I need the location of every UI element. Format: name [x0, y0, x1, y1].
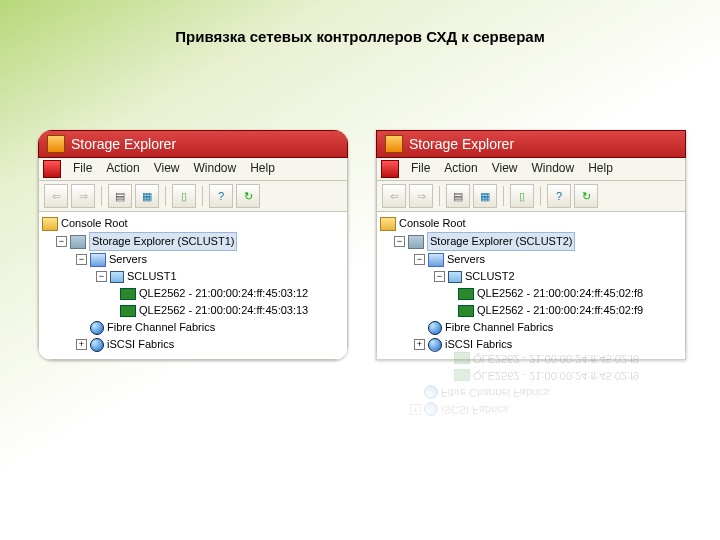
menu-action[interactable]: Action: [438, 160, 483, 178]
hba-node[interactable]: QLE2562 - 21:00:00:24:ff:45:03:12: [42, 285, 344, 302]
nic-icon: [120, 288, 136, 300]
folder-icon: [42, 217, 58, 231]
expand-icon[interactable]: +: [76, 339, 87, 350]
view-button[interactable]: ▦: [473, 184, 497, 208]
show-hide-button[interactable]: ▤: [446, 184, 470, 208]
separator: [101, 186, 102, 206]
label: Fibre Channel Fabrics: [445, 319, 553, 336]
host-icon: [110, 271, 124, 283]
window-icon: [385, 135, 403, 153]
toolbar: ⇐ ⇒ ▤ ▦ ▯ ? ↻: [38, 181, 348, 212]
help-button[interactable]: ?: [547, 184, 571, 208]
properties-button[interactable]: ▯: [510, 184, 534, 208]
window-sclust2: Storage Explorer File Action View Window…: [376, 130, 686, 360]
globe-icon: [90, 321, 104, 335]
menu-window[interactable]: Window: [526, 160, 581, 178]
storage-explorer-node[interactable]: −Storage Explorer (SCLUST2): [380, 232, 682, 251]
properties-button[interactable]: ▯: [172, 184, 196, 208]
page-title: Привязка сетевых контроллеров СХД к серв…: [0, 0, 720, 45]
menu-file[interactable]: File: [405, 160, 436, 178]
collapse-icon[interactable]: −: [76, 254, 87, 265]
storage-explorer-node[interactable]: −Storage Explorer (SCLUST1): [42, 232, 344, 251]
collapse-icon[interactable]: −: [56, 236, 67, 247]
label: QLE2562 - 21:00:00:24:ff:45:03:12: [139, 285, 308, 302]
servers-icon: [428, 253, 444, 267]
menu-help[interactable]: Help: [244, 160, 281, 178]
toolbar: ⇐ ⇒ ▤ ▦ ▯ ? ↻: [376, 181, 686, 212]
iscsi-fabrics-node[interactable]: +iSCSI Fabrics: [42, 336, 344, 353]
servers-node[interactable]: −Servers: [42, 251, 344, 268]
window-title: Storage Explorer: [409, 136, 514, 152]
forward-button[interactable]: ⇒: [409, 184, 433, 208]
expand-icon[interactable]: +: [414, 339, 425, 350]
menu-file[interactable]: File: [67, 160, 98, 178]
separator: [165, 186, 166, 206]
app-icon: [43, 160, 61, 178]
app-icon: [381, 160, 399, 178]
nic-icon: [120, 305, 136, 317]
globe-icon: [90, 338, 104, 352]
label: Storage Explorer (SCLUST1): [89, 232, 237, 251]
titlebar[interactable]: Storage Explorer: [376, 130, 686, 158]
tree: Console Root −Storage Explorer (SCLUST2)…: [376, 212, 686, 360]
disk-icon: [408, 235, 424, 249]
fc-fabrics-node[interactable]: Fibre Channel Fabrics: [42, 319, 344, 336]
reflection-fade: [376, 350, 686, 530]
window-icon: [47, 135, 65, 153]
window-sclust1: Storage Explorer File Action View Window…: [38, 130, 348, 360]
collapse-icon[interactable]: −: [394, 236, 405, 247]
label: Storage Explorer (SCLUST2): [427, 232, 575, 251]
separator: [439, 186, 440, 206]
label: Console Root: [399, 215, 466, 232]
label: Console Root: [61, 215, 128, 232]
globe-icon: [428, 321, 442, 335]
menubar: File Action View Window Help: [376, 158, 686, 181]
back-button[interactable]: ⇐: [382, 184, 406, 208]
fc-fabrics-node[interactable]: Fibre Channel Fabrics: [380, 319, 682, 336]
host-node[interactable]: −SCLUST1: [42, 268, 344, 285]
menu-action[interactable]: Action: [100, 160, 145, 178]
disk-icon: [70, 235, 86, 249]
console-root[interactable]: Console Root: [380, 215, 682, 232]
hba-node[interactable]: QLE2562 - 21:00:00:24:ff:45:02:f9: [380, 302, 682, 319]
menu-window[interactable]: Window: [188, 160, 243, 178]
menu-help[interactable]: Help: [582, 160, 619, 178]
label: QLE2562 - 21:00:00:24:ff:45:03:13: [139, 302, 308, 319]
servers-node[interactable]: −Servers: [380, 251, 682, 268]
menu-view[interactable]: View: [486, 160, 524, 178]
collapse-icon[interactable]: −: [434, 271, 445, 282]
forward-button[interactable]: ⇒: [71, 184, 95, 208]
host-node[interactable]: −SCLUST2: [380, 268, 682, 285]
console-root[interactable]: Console Root: [42, 215, 344, 232]
menubar: File Action View Window Help: [38, 158, 348, 181]
label: iSCSI Fabrics: [107, 336, 174, 353]
refresh-button[interactable]: ↻: [574, 184, 598, 208]
label: QLE2562 - 21:00:00:24:ff:45:02:f8: [477, 285, 643, 302]
label: Servers: [109, 251, 147, 268]
nic-icon: [458, 288, 474, 300]
collapse-icon[interactable]: −: [96, 271, 107, 282]
show-hide-button[interactable]: ▤: [108, 184, 132, 208]
separator: [540, 186, 541, 206]
window-title: Storage Explorer: [71, 136, 176, 152]
label: Fibre Channel Fabrics: [107, 319, 215, 336]
hba-node[interactable]: QLE2562 - 21:00:00:24:ff:45:03:13: [42, 302, 344, 319]
help-button[interactable]: ?: [209, 184, 233, 208]
label: Servers: [447, 251, 485, 268]
menu-view[interactable]: View: [148, 160, 186, 178]
collapse-icon[interactable]: −: [414, 254, 425, 265]
separator: [503, 186, 504, 206]
tree: Console Root −Storage Explorer (SCLUST1)…: [38, 212, 348, 360]
label: SCLUST1: [127, 268, 177, 285]
nic-icon: [458, 305, 474, 317]
back-button[interactable]: ⇐: [44, 184, 68, 208]
label: SCLUST2: [465, 268, 515, 285]
servers-icon: [90, 253, 106, 267]
separator: [202, 186, 203, 206]
titlebar[interactable]: Storage Explorer: [38, 130, 348, 158]
host-icon: [448, 271, 462, 283]
hba-node[interactable]: QLE2562 - 21:00:00:24:ff:45:02:f8: [380, 285, 682, 302]
view-button[interactable]: ▦: [135, 184, 159, 208]
folder-icon: [380, 217, 396, 231]
refresh-button[interactable]: ↻: [236, 184, 260, 208]
